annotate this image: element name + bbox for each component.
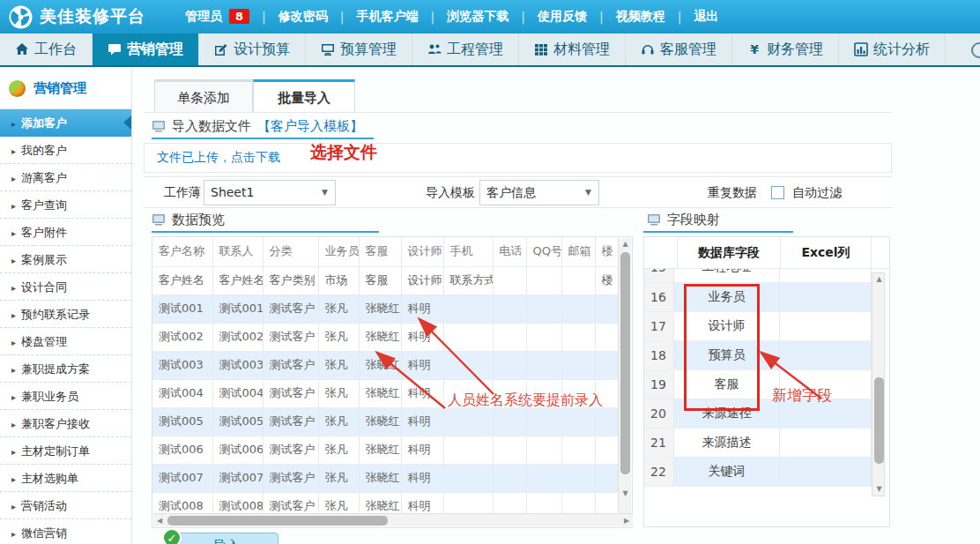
sidebar-item-label: 客户查询 bbox=[21, 198, 67, 212]
topbar-item[interactable]: 修改密码 bbox=[278, 9, 328, 25]
tab-single-add[interactable]: 单条添加 bbox=[154, 79, 253, 113]
import-button[interactable]: 导入 bbox=[174, 533, 278, 544]
excel-col-cell[interactable] bbox=[779, 311, 871, 340]
nav-item-edit[interactable]: 设计预算 bbox=[199, 34, 306, 65]
mapping-row[interactable]: 17设计师 bbox=[644, 311, 872, 340]
nav-item-users[interactable]: 工程管理 bbox=[412, 34, 519, 65]
scrollbar-thumb[interactable] bbox=[874, 377, 884, 464]
cell: 测试007 bbox=[152, 464, 212, 492]
sidebar-item[interactable]: ▸设计合同 bbox=[0, 273, 131, 301]
workbook-select[interactable]: Sheet1▼ bbox=[204, 180, 336, 205]
scroll-right-icon[interactable]: ▶ bbox=[620, 514, 633, 527]
cell: 测试002 bbox=[152, 323, 212, 351]
mapping-row[interactable]: 16业务员 bbox=[644, 282, 872, 311]
cell bbox=[561, 323, 595, 351]
mapping-vertical-scrollbar[interactable]: ▲ ▼ bbox=[872, 272, 885, 496]
sidebar-item[interactable]: ▸主材选购单 bbox=[0, 465, 131, 492]
topbar-item[interactable]: 视频教程 bbox=[616, 9, 665, 25]
excel-col-cell[interactable] bbox=[779, 457, 871, 486]
mapping-row[interactable]: 15工程地址 bbox=[644, 269, 872, 282]
scrollbar-thumb[interactable] bbox=[620, 252, 630, 474]
nav-item-grid[interactable]: 材料管理 bbox=[519, 34, 626, 65]
tab-batch-import[interactable]: 批量导入 bbox=[253, 79, 355, 113]
excel-col-cell[interactable] bbox=[779, 269, 871, 282]
table-row[interactable]: 测试005测试005测试客户张凡张晓红科明 bbox=[152, 407, 618, 436]
cell: 张晓红 bbox=[359, 436, 401, 464]
topbar-item[interactable]: 浏览器下载 bbox=[447, 9, 509, 25]
template-download-link[interactable]: 【客户导入模板】 bbox=[257, 118, 363, 135]
excel-col-cell[interactable] bbox=[779, 428, 871, 457]
sidebar-item[interactable]: ▸微信营销 bbox=[0, 519, 131, 544]
tabstrip-divider bbox=[144, 112, 892, 113]
topbar-item[interactable]: 手机客户端 bbox=[356, 9, 418, 25]
main-nav: 工作台营销管理设计预算预算管理工程管理材料管理客服管理¥财务管理统计分析 bbox=[0, 34, 980, 67]
sidebar-item[interactable]: ▸案例展示 bbox=[0, 246, 131, 273]
cell bbox=[526, 323, 561, 351]
sidebar-item[interactable]: ▸营销活动 bbox=[0, 492, 131, 519]
nav-item-chat[interactable]: 营销管理 bbox=[93, 34, 199, 65]
cell bbox=[443, 294, 493, 323]
sidebar-item-label: 设计合同 bbox=[21, 280, 67, 294]
sidebar-item[interactable]: ▸预约联系记录 bbox=[0, 301, 131, 328]
nav-item-headset[interactable]: 客服管理 bbox=[626, 34, 732, 65]
cell bbox=[595, 407, 618, 436]
mapping-row[interactable]: 21来源描述 bbox=[644, 428, 872, 457]
preview-vertical-scrollbar[interactable]: ▲ ▼ bbox=[618, 238, 631, 514]
sidebar-item[interactable]: ▸兼职客户接收 bbox=[0, 410, 131, 437]
sidebar-item[interactable]: ▸我的客户 bbox=[0, 137, 131, 164]
cell bbox=[493, 266, 526, 294]
nav-item-monitor[interactable]: 预算管理 bbox=[306, 34, 412, 65]
sidebar-item[interactable]: ▸主材定制订单 bbox=[0, 437, 131, 465]
annotation-preview-note: 人员姓名系统要提前录入 bbox=[448, 391, 603, 410]
cell bbox=[561, 436, 595, 464]
nav-item-home[interactable]: 工作台 bbox=[0, 34, 93, 65]
nav-item-label: 财务管理 bbox=[767, 41, 823, 59]
topbar-admin[interactable]: 管理员8 bbox=[185, 9, 249, 25]
sidebar-item[interactable]: ▸客户附件 bbox=[0, 219, 131, 246]
cell bbox=[493, 323, 526, 351]
scroll-up-icon[interactable]: ▲ bbox=[872, 273, 886, 286]
table-row[interactable]: 测试008测试008测试客户张凡张晓红科明 bbox=[152, 492, 618, 514]
computer-icon bbox=[647, 213, 661, 227]
table-row[interactable]: 测试003测试003测试客户张凡张晓红科明 bbox=[152, 351, 618, 379]
table-row[interactable]: 测试006测试006测试客户张凡张晓红科明 bbox=[152, 436, 618, 464]
cell: 张凡 bbox=[318, 379, 359, 407]
menu-divider: | bbox=[430, 10, 434, 24]
nav-item-yen[interactable]: ¥财务管理 bbox=[732, 34, 839, 65]
preview-horizontal-scrollbar[interactable]: ◀ ▶ bbox=[153, 513, 633, 526]
scroll-up-icon[interactable]: ▲ bbox=[619, 238, 632, 250]
table-row[interactable]: 测试001测试001测试客户张凡张晓红科明 bbox=[152, 294, 618, 323]
uploaded-file-link[interactable]: 文件已上传，点击下载 bbox=[157, 150, 280, 166]
table-row[interactable]: 客户姓名客户姓名客户类别市场客服设计师联系方式楼 bbox=[152, 266, 618, 294]
notification-badge[interactable]: 8 bbox=[229, 9, 249, 24]
topbar-item[interactable]: 退出 bbox=[694, 9, 718, 25]
svg-text:¥: ¥ bbox=[750, 42, 759, 56]
cell: 测试001 bbox=[212, 294, 263, 323]
autofilter-checkbox[interactable] bbox=[771, 186, 784, 199]
mapping-title: 字段映射 bbox=[667, 212, 720, 228]
mapping-row[interactable]: 22关键词 bbox=[644, 457, 872, 486]
mapping-row[interactable]: 18预算员 bbox=[644, 340, 872, 369]
table-row[interactable]: 测试002测试002测试客户张凡张晓红科明 bbox=[152, 323, 618, 351]
sidebar-item[interactable]: ▸兼职业务员 bbox=[0, 383, 131, 410]
sidebar-item[interactable]: ▸客户查询 bbox=[0, 191, 131, 219]
excel-col-cell[interactable] bbox=[779, 340, 871, 369]
scroll-down-icon[interactable]: ▼ bbox=[872, 483, 886, 496]
sidebar-item[interactable]: ▸楼盘管理 bbox=[0, 328, 131, 355]
choose-file-button[interactable]: 选择文件 bbox=[310, 141, 377, 164]
scroll-left-icon[interactable]: ◀ bbox=[153, 514, 166, 527]
sidebar-list: ▸添加客户▸我的客户▸游离客户▸客户查询▸客户附件▸案例展示▸设计合同▸预约联系… bbox=[0, 109, 131, 544]
table-row[interactable]: 测试007测试007测试客户张凡张晓红科明 bbox=[152, 464, 618, 492]
sidebar-item[interactable]: ▸兼职提成方案 bbox=[0, 355, 131, 383]
cell: 测试003 bbox=[152, 351, 212, 379]
excel-col-cell[interactable] bbox=[779, 282, 871, 311]
sidebar-item[interactable]: ▸添加客户 bbox=[0, 109, 131, 137]
mapping-row[interactable]: 20来源途径 bbox=[644, 399, 872, 428]
sidebar-item[interactable]: ▸游离客户 bbox=[0, 164, 131, 191]
topbar-item[interactable]: 使用反馈 bbox=[538, 9, 587, 25]
nav-item-chart[interactable]: 统计分析 bbox=[839, 34, 946, 65]
mapping-row[interactable]: 19客服 bbox=[644, 369, 872, 399]
scroll-down-icon[interactable]: ▼ bbox=[619, 488, 632, 500]
template-select[interactable]: 客户信息▼ bbox=[479, 180, 599, 205]
scrollbar-thumb[interactable] bbox=[167, 516, 388, 525]
